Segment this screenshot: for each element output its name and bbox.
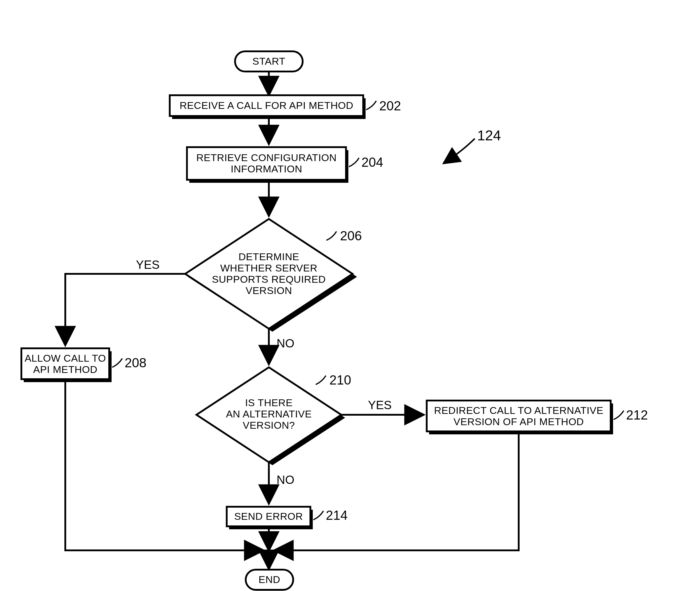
flowchart-figure: START RECEIVE A CALL FOR API METHOD 202 … (0, 0, 700, 591)
edge-206-208 (65, 274, 185, 343)
end-node: END (246, 570, 293, 590)
edge-212-merge (276, 434, 519, 550)
step-208-text-0: ALLOW CALL TO (25, 352, 106, 364)
step-204-text-1: INFORMATION (231, 163, 302, 175)
dec-210-text-1: AN ALTERNATIVE (226, 408, 312, 419)
ref-208: 208 (125, 355, 146, 370)
step-208: ALLOW CALL TO API METHOD (21, 348, 112, 382)
decision-206: DETERMINE WHETHER SERVER SUPPORTS REQUIR… (185, 219, 357, 332)
dec-206-text-1: WHETHER SERVER (220, 262, 318, 273)
step-212-text-1: VERSION OF API METHOD (453, 416, 584, 427)
no-label-206: NO (276, 337, 294, 350)
ref-212: 212 (626, 408, 648, 422)
ref-214: 214 (326, 508, 347, 522)
dec-206-text-3: VERSION (246, 285, 292, 296)
step-208-text-1: API METHOD (33, 364, 98, 375)
step-204: RETRIEVE CONFIGURATION INFORMATION (187, 147, 348, 183)
yes-label-206: YES (136, 258, 160, 271)
step-212: REDIRECT CALL TO ALTERNATIVE VERSION OF … (427, 400, 613, 434)
ref-206-leader (326, 232, 336, 240)
dec-206-text-0: DETERMINE (239, 251, 300, 262)
ref-212-leader (614, 411, 624, 419)
ref-208-leader (112, 358, 122, 367)
decision-210: IS THERE AN ALTERNATIVE VERSION? (196, 367, 345, 465)
yes-label-210: YES (368, 398, 392, 411)
ref-210-leader (316, 376, 326, 385)
step-202: RECEIVE A CALL FOR API METHOD (170, 95, 366, 119)
figure-ref-arrow (445, 139, 475, 162)
step-214-text: SEND ERROR (234, 511, 303, 522)
ref-204-leader (349, 158, 359, 167)
dec-210-text-2: VERSION? (243, 419, 295, 431)
no-label-210: NO (276, 473, 294, 486)
start-label: START (253, 56, 285, 67)
figure-ref-text: 124 (477, 128, 501, 143)
ref-202: 202 (379, 98, 401, 113)
step-214: SEND ERROR (227, 507, 313, 529)
ref-204: 204 (362, 155, 383, 170)
ref-214-leader (313, 511, 323, 520)
ref-202-leader (366, 101, 376, 110)
dec-210-text-0: IS THERE (245, 397, 293, 408)
ref-206: 206 (340, 228, 362, 243)
step-202-text: RECEIVE A CALL FOR API METHOD (180, 100, 354, 111)
step-204-text-0: RETRIEVE CONFIGURATION (196, 152, 336, 163)
ref-210: 210 (329, 373, 351, 387)
dec-206-text-2: SUPPORTS REQUIRED (212, 273, 326, 285)
end-label: END (258, 574, 280, 585)
start-node: START (235, 51, 303, 71)
step-212-text-0: REDIRECT CALL TO ALTERNATIVE (434, 405, 603, 416)
